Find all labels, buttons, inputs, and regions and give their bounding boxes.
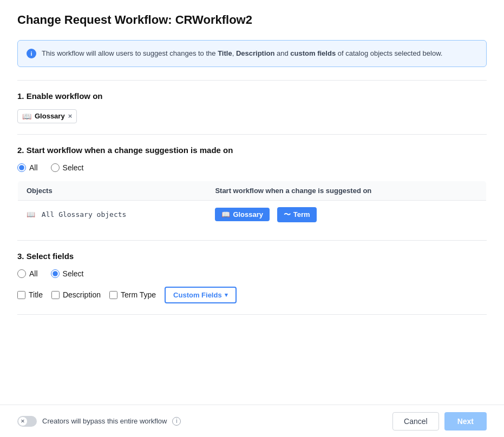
radio-all-option[interactable]: All bbox=[17, 163, 38, 172]
section2-title: 2. Start workflow when a change suggesti… bbox=[17, 145, 487, 155]
radio-select-input[interactable] bbox=[51, 163, 60, 172]
fields-radio-select-input[interactable] bbox=[51, 269, 60, 278]
section-start-workflow: 2. Start workflow when a change suggesti… bbox=[17, 145, 487, 229]
glossary-tag[interactable]: 📖 Glossary × bbox=[17, 109, 77, 123]
info-icon: i bbox=[27, 49, 36, 58]
fields-radio-all-input[interactable] bbox=[17, 269, 26, 278]
divider-1 bbox=[17, 80, 487, 81]
fields-radio-all-label: All bbox=[29, 269, 38, 278]
term-type-checkbox-option[interactable]: Term Type bbox=[109, 290, 156, 299]
fields-radio-select-option[interactable]: Select bbox=[51, 269, 84, 278]
term-type-checkbox[interactable] bbox=[109, 291, 117, 299]
term-type-checkbox-label: Term Type bbox=[121, 290, 156, 299]
glossary-badge-label: Glossary bbox=[233, 210, 263, 219]
col-workflow-trigger: Start workflow when a change is suggeste… bbox=[206, 181, 486, 200]
section-enable-workflow: 1. Enable workflow on 📖 Glossary × bbox=[17, 91, 487, 123]
radio-select-option[interactable]: Select bbox=[51, 163, 84, 172]
table-row: 📖 All Glossary objects 📖 Glossary 〜 Term bbox=[18, 200, 487, 229]
section3-title: 3. Select fields bbox=[17, 251, 487, 261]
page-title: Change Request Workflow: CRWorkflow2 bbox=[17, 13, 487, 27]
description-checkbox-label: Description bbox=[63, 290, 101, 299]
description-checkbox[interactable] bbox=[51, 291, 60, 299]
table-trigger-cell: 📖 Glossary 〜 Term bbox=[206, 200, 486, 229]
radio-select-label: Select bbox=[63, 163, 84, 172]
fields-radio-all-option[interactable]: All bbox=[17, 269, 38, 278]
object-icon: 📖 bbox=[27, 210, 35, 219]
radio-all-input[interactable] bbox=[17, 163, 26, 172]
section1-title: 1. Enable workflow on bbox=[17, 91, 487, 101]
divider-4 bbox=[17, 314, 487, 315]
glossary-icon: 📖 bbox=[22, 112, 31, 121]
custom-fields-label: Custom Fields bbox=[173, 291, 222, 299]
objects-label: All Glossary objects bbox=[42, 210, 127, 219]
term-badge-button[interactable]: 〜 Term bbox=[277, 207, 317, 222]
bypass-toggle[interactable]: ✕ bbox=[17, 416, 37, 427]
section-select-fields: 3. Select fields All Select Title Descri… bbox=[17, 251, 487, 303]
toggle-info-icon[interactable]: i bbox=[172, 417, 181, 426]
chevron-down-icon: ▾ bbox=[225, 292, 228, 299]
toggle-label: Creators will bypass this entire workflo… bbox=[42, 417, 167, 425]
glossary-tag-label: Glossary bbox=[35, 112, 65, 120]
title-checkbox-option[interactable]: Title bbox=[17, 290, 43, 299]
remove-glossary-button[interactable]: × bbox=[68, 112, 73, 120]
description-checkbox-option[interactable]: Description bbox=[51, 290, 101, 299]
toggle-group: ✕ Creators will bypass this entire workf… bbox=[17, 416, 181, 427]
custom-fields-button[interactable]: Custom Fields ▾ bbox=[165, 287, 237, 303]
divider-3 bbox=[17, 240, 487, 241]
next-button[interactable]: Next bbox=[444, 412, 487, 431]
table-header-row: Objects Start workflow when a change is … bbox=[18, 181, 487, 200]
section3-radio-group: All Select bbox=[17, 269, 487, 278]
term-badge-label: Term bbox=[293, 210, 310, 219]
section2-radio-group: All Select bbox=[17, 163, 487, 172]
fields-radio-select-label: Select bbox=[63, 269, 84, 278]
workflow-table: Objects Start workflow when a change is … bbox=[17, 181, 487, 229]
checkbox-group: Title Description Term Type Custom Field… bbox=[17, 287, 487, 303]
radio-all-label: All bbox=[29, 163, 38, 172]
table-objects-cell: 📖 All Glossary objects bbox=[18, 200, 207, 229]
info-banner: i This workflow will allow users to sugg… bbox=[17, 40, 487, 67]
term-badge-icon: 〜 bbox=[284, 210, 291, 220]
title-checkbox-label: Title bbox=[29, 290, 43, 299]
cancel-button[interactable]: Cancel bbox=[392, 412, 439, 431]
glossary-badge-icon: 📖 bbox=[221, 210, 230, 219]
bottom-bar: ✕ Creators will bypass this entire workf… bbox=[0, 405, 504, 437]
glossary-badge-button[interactable]: 📖 Glossary bbox=[215, 208, 270, 221]
toggle-x-icon: ✕ bbox=[18, 417, 27, 426]
col-objects: Objects bbox=[18, 181, 207, 200]
info-banner-text: This workflow will allow users to sugges… bbox=[42, 48, 442, 59]
action-buttons: Cancel Next bbox=[392, 412, 487, 431]
divider-2 bbox=[17, 134, 487, 135]
title-checkbox[interactable] bbox=[17, 291, 25, 299]
